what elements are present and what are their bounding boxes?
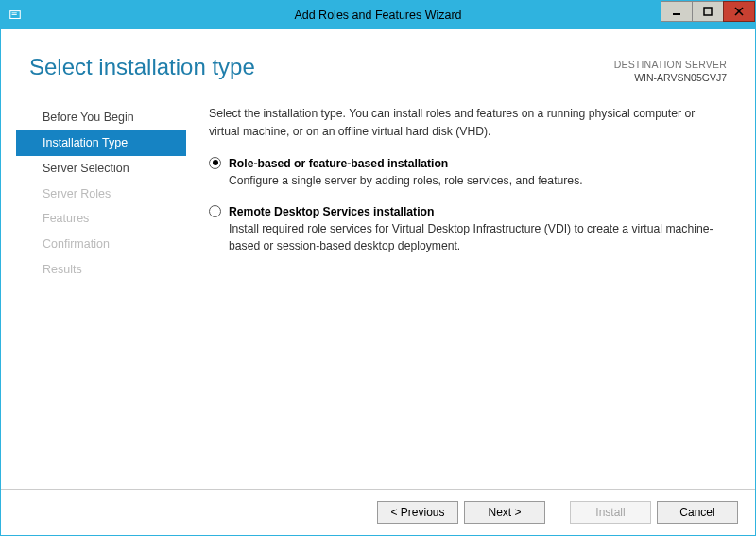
svg-rect-3 xyxy=(673,13,680,15)
svg-rect-1 xyxy=(12,12,17,13)
option-remote-desktop-title: Remote Desktop Services installation xyxy=(229,203,727,220)
option-remote-desktop-desc: Install required role services for Virtu… xyxy=(229,220,727,255)
body: Before You Begin Installation Type Serve… xyxy=(1,94,755,489)
step-results: Results xyxy=(16,257,186,283)
install-button: Install xyxy=(570,501,651,524)
window-controls xyxy=(662,1,755,29)
app-icon xyxy=(1,1,29,29)
option-role-based-desc: Configure a single server by adding role… xyxy=(229,172,583,189)
destination-server-label: DESTINATION SERVER xyxy=(614,58,727,71)
radio-role-based[interactable] xyxy=(209,157,221,169)
step-server-roles: Server Roles xyxy=(16,182,186,207)
option-role-based-title: Role-based or feature-based installation xyxy=(229,155,583,172)
intro-text: Select the installation type. You can in… xyxy=(209,105,727,140)
page-title: Select installation type xyxy=(29,54,614,80)
maximize-button[interactable] xyxy=(692,1,724,22)
window-title: Add Roles and Features Wizard xyxy=(1,9,755,22)
destination-server-value: WIN-ARVSN05GVJ7 xyxy=(614,71,727,84)
option-role-based[interactable]: Role-based or feature-based installation… xyxy=(209,155,727,190)
next-button[interactable]: Next > xyxy=(464,501,545,524)
svg-rect-4 xyxy=(704,8,712,15)
wizard-window: Add Roles and Features Wizard Select ins… xyxy=(0,0,756,536)
titlebar: Add Roles and Features Wizard xyxy=(1,1,755,29)
steps-sidebar: Before You Begin Installation Type Serve… xyxy=(16,99,186,479)
footer: < Previous Next > Install Cancel xyxy=(1,489,755,535)
radio-remote-desktop[interactable] xyxy=(209,205,221,217)
destination-server-block: DESTINATION SERVER WIN-ARVSN05GVJ7 xyxy=(614,54,727,84)
option-remote-desktop[interactable]: Remote Desktop Services installation Ins… xyxy=(209,203,727,255)
header: Select installation type DESTINATION SER… xyxy=(1,29,755,94)
step-features: Features xyxy=(16,206,186,232)
previous-button[interactable]: < Previous xyxy=(377,501,458,524)
close-button[interactable] xyxy=(723,1,755,22)
step-server-selection[interactable]: Server Selection xyxy=(16,156,186,182)
svg-rect-2 xyxy=(12,14,17,15)
cancel-button[interactable]: Cancel xyxy=(657,501,738,524)
minimize-button[interactable] xyxy=(661,1,693,22)
step-before-you-begin[interactable]: Before You Begin xyxy=(16,105,186,130)
step-confirmation: Confirmation xyxy=(16,232,186,257)
content-panel: Select the installation type. You can in… xyxy=(186,99,727,479)
step-installation-type[interactable]: Installation Type xyxy=(16,130,186,156)
